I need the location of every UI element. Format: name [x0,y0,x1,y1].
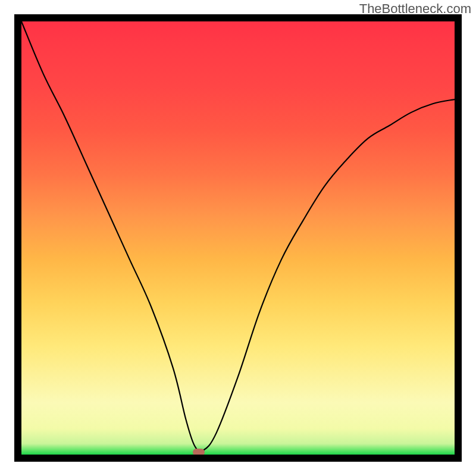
plot-frame [14,14,462,462]
chart-container: TheBottleneck.com [0,0,476,476]
watermark-text: TheBottleneck.com [359,1,471,17]
optimal-point-marker [193,449,205,455]
bottleneck-curve [21,21,455,455]
plot-area [21,21,455,455]
